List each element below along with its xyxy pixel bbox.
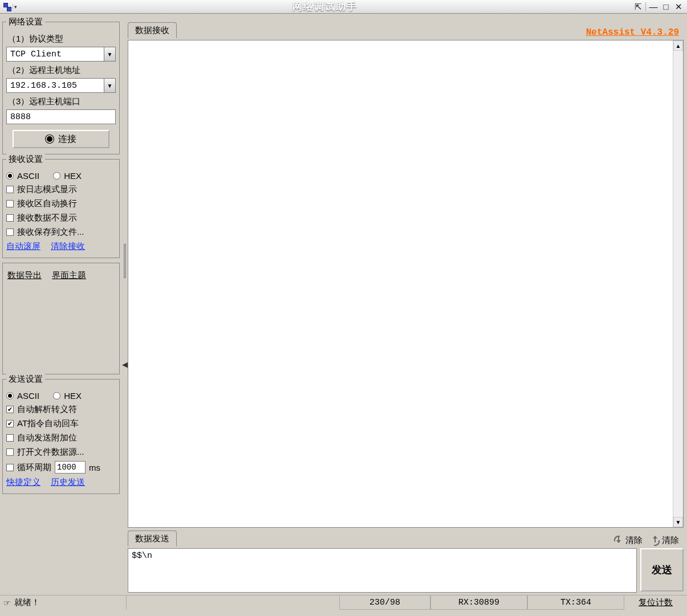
arrow-up-icon xyxy=(652,537,660,545)
chk-save-to-file-label: 接收保存到文件... xyxy=(17,227,84,238)
statusbar: ☞ 就绪！ 230/98 RX:30899 TX:364 复位计数 xyxy=(0,595,687,610)
status-tx: TX:364 xyxy=(527,595,624,610)
titlebar-left: ▾ xyxy=(0,2,21,11)
link-ui-theme[interactable]: 界面主题 xyxy=(52,270,86,280)
app-icon xyxy=(2,2,11,11)
recv-scrollbar[interactable]: ▲ ▼ xyxy=(673,40,683,527)
radio-recv-hex-label: HEX xyxy=(64,171,82,181)
reset-counter-button[interactable]: 复位计数 xyxy=(624,597,687,608)
tab-data-recv-label: 数据接收 xyxy=(135,25,169,35)
chk-save-to-file[interactable] xyxy=(6,229,14,236)
link-data-export[interactable]: 数据导出 xyxy=(7,270,42,280)
splitter[interactable]: ◀ xyxy=(122,19,128,595)
link-clear-recv[interactable]: 清除接收 xyxy=(51,241,85,251)
radio-send-hex-label: HEX xyxy=(64,391,82,401)
status-counts: 230/98 xyxy=(339,595,430,610)
input-cycle-period[interactable] xyxy=(55,461,86,474)
combo-protocol-value: TCP Client xyxy=(7,50,104,59)
chk-at-auto-cr[interactable] xyxy=(6,420,14,427)
scroll-up-icon[interactable]: ▲ xyxy=(673,40,683,51)
combo-remote-host-value: 192.168.3.105 xyxy=(7,81,104,91)
chk-at-auto-cr-label: AT指令自动回车 xyxy=(17,418,79,429)
radio-recv-hex[interactable] xyxy=(53,172,60,180)
chk-auto-wrap[interactable] xyxy=(6,200,14,207)
scroll-track[interactable] xyxy=(673,51,683,517)
record-icon xyxy=(46,135,54,143)
link-shortcut-define[interactable]: 快捷定义 xyxy=(6,477,40,487)
close-button[interactable]: ✕ xyxy=(673,2,684,11)
group-extra: 数据导出 界面主题 xyxy=(2,263,120,374)
clear-up-label: 清除 xyxy=(662,535,679,546)
chevron-down-icon[interactable]: ▼ xyxy=(104,47,115,61)
connect-button[interactable]: 连接 xyxy=(13,130,109,148)
app-body: 网络设置 （1）协议类型 TCP Client ▼ （2）远程主机地址 192.… xyxy=(0,19,687,595)
group-recv-title: 接收设置 xyxy=(6,154,45,165)
chk-hide-recv[interactable] xyxy=(6,214,14,222)
menubar-strip xyxy=(0,14,687,19)
chk-parse-escape-label: 自动解析转义符 xyxy=(17,404,77,415)
hand-icon: ☞ xyxy=(3,598,11,607)
clear-down-button[interactable]: 清除 xyxy=(615,535,643,546)
clear-group: 清除 清除 xyxy=(615,535,684,546)
radio-send-ascii[interactable] xyxy=(6,392,14,399)
group-recv-settings: 接收设置 ASCII HEX 按日志模式显示 接收区自动换行 接收数据不显示 xyxy=(2,159,120,258)
chk-hide-recv-label: 接收数据不显示 xyxy=(17,213,77,223)
label-protocol: （1）协议类型 xyxy=(7,34,116,44)
collapse-left-icon[interactable]: ◀ xyxy=(122,358,128,370)
main-panel: 数据接收 NetAssist V4.3.29 ▲ ▼ 数据发送 清除 xyxy=(128,19,687,595)
system-menu-dropdown[interactable]: ▾ xyxy=(13,4,18,10)
chk-open-file-source-label: 打开文件数据源... xyxy=(17,447,84,458)
pin-icon[interactable]: ⇱ xyxy=(633,2,643,11)
label-remote-host: （2）远程主机地址 xyxy=(7,65,116,76)
minimize-button[interactable]: ― xyxy=(648,2,658,11)
status-spacer xyxy=(127,595,339,610)
sidebar: 网络设置 （1）协议类型 TCP Client ▼ （2）远程主机地址 192.… xyxy=(0,19,122,595)
chk-auto-append[interactable] xyxy=(6,434,14,442)
chk-log-mode[interactable] xyxy=(6,186,14,193)
tab-data-send[interactable]: 数据发送 xyxy=(128,531,177,546)
splitter-grip-icon xyxy=(124,244,126,278)
send-button[interactable]: 发送 xyxy=(640,548,684,591)
connect-button-label: 连接 xyxy=(58,133,76,145)
combo-remote-host[interactable]: 192.168.3.105 ▼ xyxy=(6,78,116,93)
maximize-button[interactable]: □ xyxy=(661,2,671,11)
arrow-down-icon xyxy=(615,537,623,545)
scroll-down-icon[interactable]: ▼ xyxy=(673,517,683,527)
chevron-down-icon[interactable]: ▼ xyxy=(104,79,115,92)
radio-send-hex[interactable] xyxy=(53,392,60,399)
send-row: 发送 xyxy=(128,548,684,593)
tab-data-recv[interactable]: 数据接收 xyxy=(128,22,177,38)
group-network-title: 网络设置 xyxy=(6,17,45,27)
cycle-unit-label: ms xyxy=(89,463,100,472)
tab-data-send-label: 数据发送 xyxy=(135,533,169,543)
chk-open-file-source[interactable] xyxy=(6,448,14,456)
chk-cycle-period[interactable] xyxy=(6,464,14,471)
combo-protocol[interactable]: TCP Client ▼ xyxy=(6,47,116,62)
label-remote-port: （3）远程主机端口 xyxy=(7,96,116,107)
status-ready-label: 就绪！ xyxy=(14,597,40,608)
recv-tab-header: 数据接收 NetAssist V4.3.29 xyxy=(128,22,684,38)
link-autoscroll[interactable]: 自动滚屏 xyxy=(6,241,40,251)
send-button-label: 发送 xyxy=(652,563,672,577)
clear-up-button[interactable]: 清除 xyxy=(652,535,679,546)
titlebar-right: ⇱ ― □ ✕ xyxy=(629,2,687,11)
chk-auto-append-label: 自动发送附加位 xyxy=(17,433,77,443)
group-network-settings: 网络设置 （1）协议类型 TCP Client ▼ （2）远程主机地址 192.… xyxy=(2,22,120,154)
status-left: ☞ 就绪！ xyxy=(0,595,127,610)
window-title: 网络调试助手 xyxy=(21,0,629,13)
send-textarea[interactable] xyxy=(128,548,637,593)
chk-auto-wrap-label: 接收区自动换行 xyxy=(17,198,77,209)
link-history-send[interactable]: 历史发送 xyxy=(51,477,85,487)
version-link[interactable]: NetAssist V4.3.29 xyxy=(586,27,684,38)
status-rx: RX:30899 xyxy=(430,595,527,610)
input-remote-port[interactable] xyxy=(6,109,116,124)
recv-textarea[interactable] xyxy=(128,40,673,527)
chk-log-mode-label: 按日志模式显示 xyxy=(17,184,77,195)
chk-parse-escape[interactable] xyxy=(6,406,14,413)
send-tab-header: 数据发送 清除 清除 xyxy=(128,530,684,546)
radio-send-ascii-label: ASCII xyxy=(17,391,39,401)
recv-area: ▲ ▼ xyxy=(128,40,684,528)
radio-recv-ascii[interactable] xyxy=(6,172,14,180)
chk-cycle-period-label: 循环周期 xyxy=(17,462,51,473)
group-send-settings: 发送设置 ASCII HEX 自动解析转义符 AT指令自动回车 自动发送附加位 xyxy=(2,379,120,494)
